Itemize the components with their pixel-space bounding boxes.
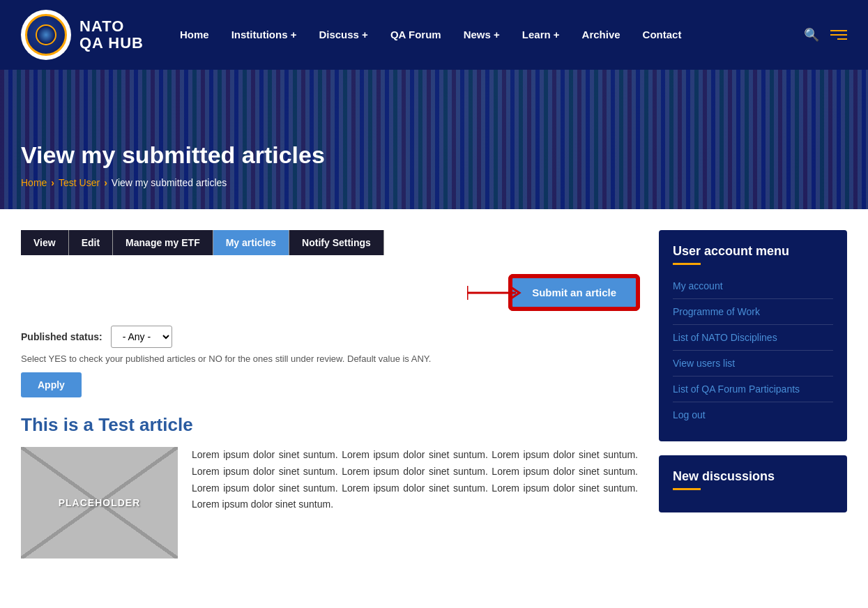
published-status-select[interactable]: - Any - YES NO xyxy=(111,326,172,348)
breadcrumb-current: View my submitted articles xyxy=(112,177,227,188)
breadcrumb: Home › Test User › View my submitted art… xyxy=(21,177,847,188)
apply-button[interactable]: Apply xyxy=(21,372,82,397)
hero-banner: View my submitted articles Home › Test U… xyxy=(0,70,868,209)
breadcrumb-user[interactable]: Test User xyxy=(59,177,100,188)
nav-icons: 🔍 xyxy=(804,27,847,43)
user-account-menu-box: User account menu My account Programme o… xyxy=(659,230,847,441)
filter-hint: Select YES to check your published artic… xyxy=(21,354,638,364)
article-thumbnail: PLACEHOLDER xyxy=(21,447,178,558)
sidebar-list-nato-disciplines[interactable]: List of NATO Disciplines xyxy=(673,325,833,351)
article-body: PLACEHOLDER Lorem ipsum dolor sinet sunt… xyxy=(21,447,638,558)
user-account-menu-title: User account menu xyxy=(673,244,833,265)
content-area: View Edit Manage my ETF My articles Noti… xyxy=(21,230,638,558)
logo-inner xyxy=(25,14,67,56)
nav-qaforum[interactable]: QA Forum xyxy=(382,23,450,47)
breadcrumb-home[interactable]: Home xyxy=(21,177,47,188)
sidebar-my-account[interactable]: My account xyxy=(673,273,833,299)
tab-my-articles[interactable]: My articles xyxy=(213,230,289,255)
sidebar-log-out[interactable]: Log out xyxy=(673,402,833,427)
logo-link[interactable]: NATO QA HUB xyxy=(21,10,144,60)
hamburger-icon[interactable] xyxy=(830,30,847,40)
tab-edit[interactable]: Edit xyxy=(69,230,113,255)
logo-circle xyxy=(21,10,71,60)
tab-manage-etf[interactable]: Manage my ETF xyxy=(113,230,213,255)
submit-area: Submit an article xyxy=(21,276,638,309)
filter-label: Published status: xyxy=(21,331,102,342)
sidebar-programme-of-work[interactable]: Programme of Work xyxy=(673,299,833,325)
nav-archive[interactable]: Archive xyxy=(574,23,629,47)
nav-contact[interactable]: Contact xyxy=(634,23,690,47)
sidebar: User account menu My account Programme o… xyxy=(659,230,847,558)
breadcrumb-sep1: › xyxy=(51,177,54,188)
tab-notify-settings[interactable]: Notify Settings xyxy=(289,230,384,255)
search-icon[interactable]: 🔍 xyxy=(804,27,819,43)
nav-news[interactable]: News + xyxy=(455,23,508,47)
filter-section: Published status: - Any - YES NO Select … xyxy=(21,326,638,397)
main-wrapper: View Edit Manage my ETF My articles Noti… xyxy=(0,209,868,579)
placeholder-label: PLACEHOLDER xyxy=(59,497,141,508)
site-header: NATO QA HUB Home Institutions + Discuss … xyxy=(0,0,868,70)
article-text: Lorem ipsum dolor sinet suntum. Lorem ip… xyxy=(192,447,638,558)
logo-text: NATO QA HUB xyxy=(79,18,144,52)
page-title: View my submitted articles xyxy=(21,142,847,169)
tab-bar: View Edit Manage my ETF My articles Noti… xyxy=(21,230,638,255)
new-discussions-box: New discussions xyxy=(659,455,847,512)
logo-dots xyxy=(36,24,56,45)
article-title: This is a Test article xyxy=(21,414,638,436)
sidebar-list-qa-forum-participants[interactable]: List of QA Forum Participants xyxy=(673,377,833,402)
nav-discuss[interactable]: Discuss + xyxy=(310,23,376,47)
tab-view[interactable]: View xyxy=(21,230,69,255)
breadcrumb-sep2: › xyxy=(104,177,107,188)
red-arrow-annotation xyxy=(467,279,530,307)
main-nav: Home Institutions + Discuss + QA Forum N… xyxy=(172,23,804,47)
new-discussions-title: New discussions xyxy=(673,469,833,490)
nav-home[interactable]: Home xyxy=(172,23,218,47)
nav-institutions[interactable]: Institutions + xyxy=(223,23,305,47)
article-container: This is a Test article PLACEHOLDER Lorem… xyxy=(21,414,638,558)
sidebar-view-users-list[interactable]: View users list xyxy=(673,351,833,377)
nav-learn[interactable]: Learn + xyxy=(514,23,568,47)
